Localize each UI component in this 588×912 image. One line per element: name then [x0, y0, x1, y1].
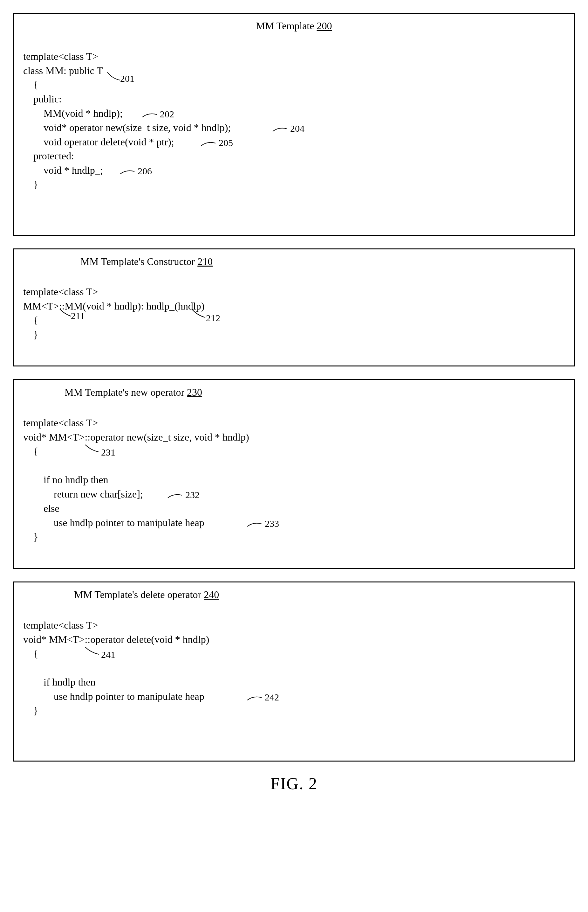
ref-241: 241: [101, 648, 115, 661]
p3-l6: return new char[size];: [23, 488, 143, 500]
lead-233-icon: [246, 520, 265, 530]
p1-l6-wrap: void* operator new(size_t size, void * h…: [23, 122, 231, 133]
lead-204-icon: [271, 125, 290, 134]
p1-l7-wrap: void operator delete(void * ptr);205: [23, 136, 174, 147]
p2-l2: MM<T>::MM(void * hndlp): hndlp_(hndlp): [23, 300, 204, 312]
p1-l5: MM(void * hndlp);: [23, 107, 123, 119]
ref-212: 212: [206, 311, 220, 325]
ref-202: 202: [160, 107, 174, 121]
p3-l3: {: [23, 445, 38, 457]
p1-l2: class MM: public T: [23, 65, 103, 76]
p1-l5-wrap: MM(void * hndlp);202: [23, 107, 123, 119]
ref-231: 231: [101, 445, 115, 459]
p4-l2: void* MM<T>::operator delete(void * hndl…: [23, 633, 209, 645]
p3-l3-wrap: {231: [23, 445, 38, 457]
p2-l4: }: [23, 329, 38, 340]
p4-l3: {: [23, 648, 38, 659]
lead-205-icon: [200, 139, 219, 149]
p4-l6-wrap: use hndlp pointer to manipulate heap242: [23, 691, 204, 702]
p4-l1: template<class T>: [23, 619, 98, 631]
lead-232-icon: [166, 491, 185, 501]
ref-206: 206: [137, 164, 152, 178]
panel2-code: template<class T> MM<T>::MM(void * hndlp…: [23, 271, 565, 356]
p3-l5: if no hndlp then: [23, 474, 108, 486]
p4-l7: }: [23, 705, 38, 716]
ref-201: 201: [120, 72, 134, 85]
p3-l1: template<class T>: [23, 417, 98, 428]
p3-l8: use hndlp pointer to manipulate heap: [23, 517, 204, 528]
p1-l2-wrap: class MM: public T201: [23, 65, 103, 76]
p3-l6-wrap: return new char[size];232: [23, 488, 143, 500]
panel1-title-ref: 200: [317, 20, 332, 31]
p1-l6: void* operator new(size_t size, void * h…: [23, 122, 231, 133]
p3-l8-wrap: use hndlp pointer to manipulate heap233: [23, 517, 204, 528]
panel1-title: MM Template 200: [23, 20, 565, 32]
ref-233: 233: [265, 517, 279, 530]
panel-mm-template: MM Template 200 template<class T> class …: [13, 13, 575, 236]
panel-mm-new-operator: MM Template's new operator 230 template<…: [13, 379, 575, 569]
panel1-title-text: MM Template: [256, 20, 317, 31]
p4-l3-wrap: {241: [23, 648, 38, 659]
p1-l3: {: [23, 79, 38, 90]
panel1-code: template<class T> class MM: public T201 …: [23, 35, 565, 206]
panel4-title-text: MM Template's delete operator: [74, 589, 204, 600]
p3-l9: }: [23, 531, 38, 543]
ref-204: 204: [290, 122, 304, 135]
p3-l2: void* MM<T>::operator new(size_t size, v…: [23, 431, 249, 443]
panel3-title-text: MM Template's new operator: [65, 387, 187, 398]
panel2-title: MM Template's Constructor 210: [23, 256, 565, 267]
panel4-title-ref: 240: [204, 589, 219, 600]
p3-l7: else: [23, 502, 60, 514]
panel3-title-ref: 230: [187, 387, 202, 398]
lead-231-icon: [84, 443, 101, 454]
p1-l7: void operator delete(void * ptr);: [23, 136, 174, 147]
p1-l10: }: [23, 179, 38, 190]
ref-205: 205: [219, 136, 233, 149]
lead-242-icon: [246, 694, 265, 703]
ref-232: 232: [185, 488, 200, 502]
lead-206-icon: [118, 168, 137, 177]
panel-mm-constructor: MM Template's Constructor 210 template<c…: [13, 248, 575, 367]
p4-l5: if hndlp then: [23, 676, 96, 688]
panel3-code: template<class T> void* MM<T>::operator …: [23, 402, 565, 558]
p2-l2-wrap: MM<T>::MM(void * hndlp): hndlp_(hndlp)21…: [23, 300, 204, 312]
ref-242: 242: [265, 691, 279, 704]
ref-211: 211: [71, 309, 85, 322]
p2-l3: {: [23, 314, 38, 326]
panel3-title: MM Template's new operator 230: [23, 387, 565, 398]
p4-l6: use hndlp pointer to manipulate heap: [23, 691, 204, 702]
p1-l1: template<class T>: [23, 50, 98, 62]
panel2-title-text: MM Template's Constructor: [81, 256, 197, 267]
p1-l9-wrap: void * hndlp_;206: [23, 164, 103, 176]
p1-l4: public:: [23, 93, 61, 105]
panel4-code: template<class T> void* MM<T>::operator …: [23, 604, 565, 732]
panel4-title: MM Template's delete operator 240: [23, 589, 565, 601]
lead-241-icon: [84, 645, 101, 656]
lead-202-icon: [141, 111, 160, 120]
p2-l1: template<class T>: [23, 286, 98, 297]
p1-l8: protected:: [23, 150, 74, 162]
p1-l9: void * hndlp_;: [23, 164, 103, 176]
panel2-title-ref: 210: [197, 256, 213, 267]
figure-caption: FIG. 2: [13, 774, 575, 793]
panel-mm-delete-operator: MM Template's delete operator 240 templa…: [13, 582, 575, 761]
